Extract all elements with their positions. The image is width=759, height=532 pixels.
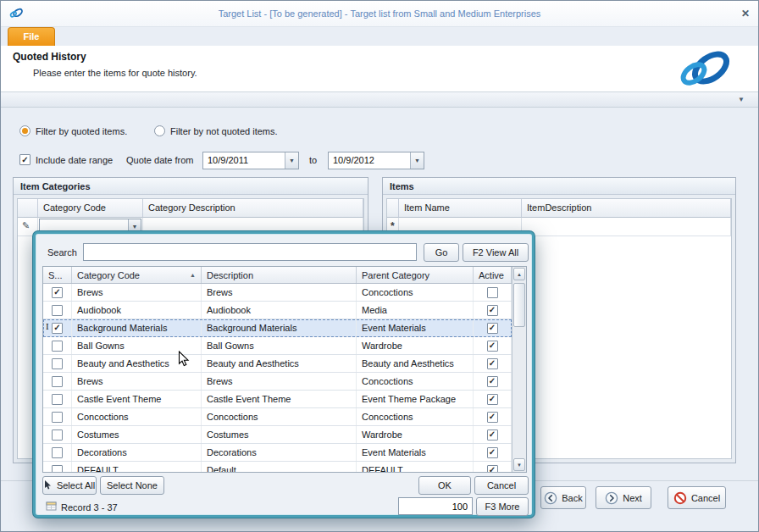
column-header-category-code[interactable]: Category Code ▲ [72,267,202,283]
row-select-cell [43,337,72,354]
cell-category-code: Background Materials [72,319,202,336]
cell-active: ✓ [474,319,512,336]
back-button[interactable]: Back [540,486,586,509]
column-header-active[interactable]: Active [474,267,512,283]
cell-category-code: Brews [72,373,202,390]
row-select-checkbox[interactable] [52,341,63,352]
search-input[interactable] [83,243,417,261]
category-grid-rows: ✓BrewsBrewsConcoctionsAudiobookAudiobook… [43,284,512,472]
cell-active: ✓ [474,391,512,407]
select-all-button[interactable]: Select All [42,476,97,495]
cell-description: Brews [202,284,357,301]
active-checkbox[interactable]: ✓ [487,394,498,405]
row-select-checkbox[interactable] [52,412,63,423]
titlebar: Target List - [To be generated] - Target… [1,1,758,27]
active-checkbox[interactable]: ✓ [487,429,498,441]
cell-category-code: Costumes [72,426,202,443]
category-lookup-grid: S... Category Code ▲ Description Parent … [42,266,527,473]
cell-parent-category: Wardrobe [357,337,474,354]
category-lookup-dialog: Search Go F2 View All S... Category Code… [33,231,535,518]
row-select-checkbox[interactable] [52,447,63,458]
category-row[interactable]: Ball GownsBall GownsWardrobe✓ [43,337,512,355]
category-row[interactable]: ConcoctionsConcoctionsConcoctions✓ [43,408,512,426]
row-select-checkbox[interactable] [52,358,63,369]
item-description-cell[interactable] [522,218,731,236]
row-select-checkbox[interactable]: ✓ [52,323,63,334]
date-from-combo[interactable]: 10/9/2011 ▼ [202,152,299,169]
category-row[interactable]: DEFAULTDefaultDEFAULT✓ [43,462,512,472]
to-label: to [309,155,317,165]
active-checkbox[interactable]: ✓ [487,341,498,352]
active-checkbox[interactable]: ✓ [487,305,498,316]
column-header-parent-category[interactable]: Parent Category [357,267,474,283]
wizard-cancel-button[interactable]: Cancel [668,486,726,509]
row-select-checkbox[interactable] [52,376,63,387]
active-checkbox[interactable]: ✓ [487,465,498,473]
category-row[interactable]: BrewsBrewsConcoctions✓ [43,373,512,391]
category-row[interactable]: AudiobookAudiobookMedia✓ [43,302,512,319]
radio-filter-quoted[interactable] [19,125,30,136]
category-row[interactable]: I✓Background MaterialsBackground Materia… [43,319,512,337]
dropdown-icon[interactable]: ▼ [285,152,298,169]
category-row[interactable]: Beauty and AestheticsBeauty and Aestheti… [43,355,512,373]
column-header-description[interactable]: Description [202,267,357,283]
active-checkbox[interactable] [487,287,498,298]
date-to-combo[interactable]: 10/9/2012 ▼ [328,152,424,169]
row-select-checkbox[interactable]: ✓ [52,287,63,298]
active-checkbox[interactable]: ✓ [487,447,498,458]
page-size-input[interactable] [398,497,473,515]
row-select-cell [43,373,72,390]
cell-category-code: Audiobook [72,302,202,319]
row-select-cell [43,355,72,372]
active-checkbox[interactable]: ✓ [487,412,498,423]
active-checkbox[interactable]: ✓ [487,358,498,369]
cell-description: Costumes [202,426,357,443]
cell-description: Beauty and Aesthetics [202,355,357,372]
cell-active: ✓ [474,373,512,390]
mouse-cursor [178,351,191,369]
back-arrow-icon [544,491,557,505]
scroll-down-icon[interactable]: ▼ [513,458,525,471]
column-header-item-name: Item Name [399,199,522,218]
cell-description: Decorations [202,444,357,461]
row-select-cell: I✓ [43,319,72,336]
dropdown-icon[interactable]: ▼ [410,152,424,169]
next-button-label: Next [623,493,642,503]
row-select-cell [43,426,72,443]
go-button[interactable]: Go [424,243,459,262]
window-title: Target List - [To be generated] - Target… [1,8,758,19]
radio-filter-not-quoted[interactable] [154,125,165,136]
scrollbar-thumb[interactable] [513,283,525,327]
file-menu[interactable]: File [8,27,55,46]
cell-active: ✓ [474,337,512,354]
ok-button[interactable]: OK [418,476,471,495]
row-select-checkbox[interactable] [52,305,63,316]
vertical-scrollbar[interactable]: ▲ ▼ [512,267,526,472]
row-select-cell [43,302,72,319]
category-row[interactable]: Castle Event ThemeCastle Event ThemeEven… [43,391,512,408]
next-button[interactable]: Next [596,486,651,509]
column-header-select[interactable]: S... [43,267,72,283]
scrollbar-track[interactable] [513,281,525,457]
search-label: Search [47,247,77,258]
page-subtitle: Please enter the items for quote history… [33,68,197,78]
active-checkbox[interactable]: ✓ [487,323,498,334]
cell-parent-category: Event Materials [357,319,474,336]
chevron-down-icon[interactable]: ▼ [738,96,745,103]
category-row[interactable]: CostumesCostumesWardrobe✓ [43,426,512,444]
close-icon[interactable]: ✕ [741,8,750,19]
view-all-button[interactable]: F2 View All [463,243,529,262]
category-row[interactable]: ✓BrewsBrewsConcoctions [43,284,512,302]
radio-filter-not-quoted-label: Filter by not quoted items. [170,126,278,136]
column-header-category-code-label: Category Code [77,270,140,280]
scroll-up-icon[interactable]: ▲ [513,268,525,280]
category-row[interactable]: DecorationsDecorationsEvent Materials✓ [43,444,512,462]
select-none-button[interactable]: Select None [100,476,164,495]
row-select-checkbox[interactable] [52,429,63,441]
include-date-range-checkbox[interactable]: ✓ [19,154,30,165]
dialog-cancel-button[interactable]: Cancel [474,476,529,495]
active-checkbox[interactable]: ✓ [487,376,498,387]
row-select-checkbox[interactable] [52,465,63,473]
more-button[interactable]: F3 More [476,497,529,516]
row-select-checkbox[interactable] [52,394,63,405]
